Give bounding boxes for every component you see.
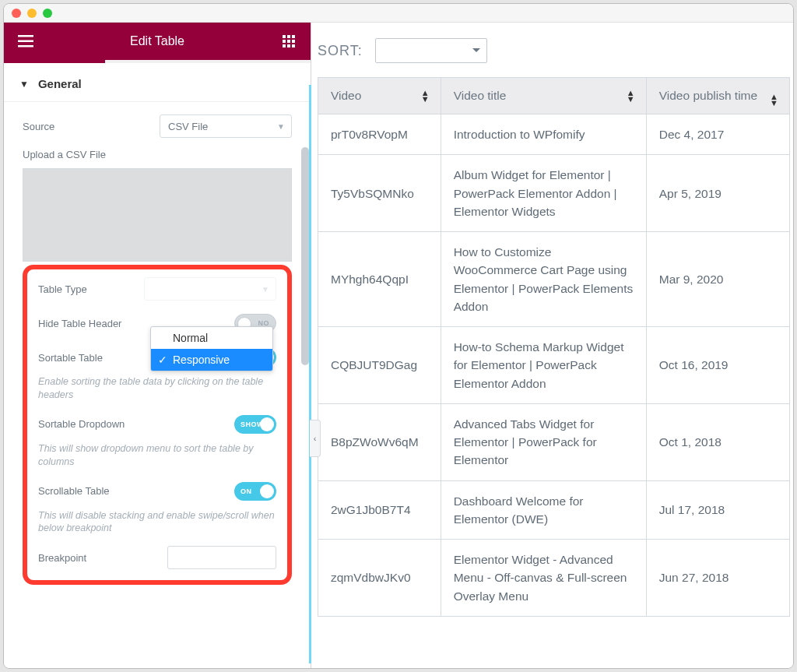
preview-panel: ‹ SORT: Video ▲▼ Video title ▲▼ [311, 23, 793, 668]
highlighted-settings: Table Type ▼ Hide Table Header NO [23, 265, 292, 585]
sortable-dropdown-desc: This will show dropdown menu to sort the… [38, 442, 276, 469]
app-body: Edit Table ▼ General Source [4, 23, 793, 668]
source-row: Source CSV File ▼ [23, 114, 292, 138]
svg-rect-6 [283, 40, 286, 43]
cell-title: Introduction to WPfomify [441, 114, 646, 155]
cell-video: CQBJUT9DGag [318, 327, 441, 404]
table-row: CQBJUT9DGag How-to Schema Markup Widget … [318, 327, 790, 404]
scrollable-desc: This will disable stacking and enable sw… [38, 509, 276, 536]
chevron-down-icon: ▼ [277, 122, 285, 131]
window-close-button[interactable] [12, 9, 21, 18]
scrollbar[interactable] [301, 147, 309, 365]
cell-title: How-to Schema Markup Widget for Elemento… [441, 327, 646, 404]
cell-title: Elementor Widget - Advanced Menu - Off-c… [441, 540, 646, 617]
col-header-video[interactable]: Video ▲▼ [318, 78, 441, 114]
table-row: MYhgh64QqpI How to Customize WooCommerce… [318, 232, 790, 327]
scrollable-label: Scrollable Table [38, 485, 110, 497]
upload-label: Upload a CSV File [23, 149, 292, 160]
col-header-date[interactable]: Video publish time ▲▼ [646, 78, 789, 114]
svg-rect-2 [18, 45, 33, 47]
breakpoint-row: Breakpoint [38, 546, 276, 569]
table-row: zqmVdbwJKv0 Elementor Widget - Advanced … [318, 540, 790, 617]
svg-rect-5 [292, 35, 295, 38]
scrollable-toggle[interactable]: ON [234, 482, 276, 501]
svg-rect-0 [18, 35, 33, 37]
table-type-row: Table Type ▼ [38, 277, 276, 301]
widgets-button[interactable] [273, 26, 304, 57]
section-general-label: General [38, 77, 82, 90]
toggle-knob [260, 417, 274, 431]
upload-row: Upload a CSV File [23, 149, 292, 262]
sort-icon: ▲▼ [421, 90, 430, 102]
table-row: 2wG1Jb0B7T4 Dashboard Welcome for Elemen… [318, 480, 790, 540]
table-type-option-responsive[interactable]: Responsive [151, 349, 272, 371]
svg-rect-1 [18, 40, 33, 43]
sortable-dropdown-row: Sortable Dropdown SHOW [38, 413, 276, 436]
cell-video: B8pZWoWv6qM [318, 403, 441, 480]
sort-icon: ▲▼ [627, 90, 635, 102]
col-header-title[interactable]: Video title ▲▼ [441, 78, 646, 114]
toggle-state: ON [241, 487, 252, 495]
svg-rect-10 [287, 44, 290, 47]
table-type-label: Table Type [38, 283, 87, 295]
svg-rect-8 [292, 40, 295, 43]
cell-title: How to Customize WooCommerce Cart Page u… [441, 232, 646, 327]
svg-rect-9 [283, 44, 286, 47]
cell-video: MYhgh64QqpI [318, 232, 441, 327]
section-general-header[interactable]: ▼ General [4, 63, 311, 102]
window-minimize-button[interactable] [27, 9, 37, 18]
col-header-video-label: Video [331, 89, 361, 102]
editor-sidebar: Edit Table ▼ General Source [4, 23, 311, 668]
cell-date: Jul 17, 2018 [646, 480, 789, 540]
cell-title: Album Widget for Elementor | PowerPack E… [441, 155, 646, 232]
table-type-dropdown: Normal Responsive [150, 326, 273, 371]
col-header-title-label: Video title [454, 89, 507, 102]
table-type-select[interactable]: ▼ [144, 277, 276, 301]
panel-collapse-handle[interactable]: ‹ [310, 420, 321, 457]
breakpoint-input[interactable] [167, 546, 276, 569]
element-edge-highlight [309, 85, 311, 663]
caret-down-icon: ▼ [19, 79, 29, 90]
scrollable-row: Scrollable Table ON [38, 480, 276, 503]
titlebar [4, 4, 793, 23]
cell-title: Advanced Tabs Widget for Elementor | Pow… [441, 403, 646, 480]
hide-header-label: Hide Table Header [38, 318, 121, 329]
sort-icon: ▲▼ [770, 93, 778, 106]
cell-date: Jun 27, 2018 [646, 540, 789, 617]
sort-select[interactable] [375, 38, 487, 63]
cell-date: Mar 9, 2020 [646, 232, 789, 327]
preview-table: Video ▲▼ Video title ▲▼ Video publish ti… [318, 77, 790, 617]
app-window: Edit Table ▼ General Source [3, 3, 794, 669]
table-row: Ty5VbSQMNko Album Widget for Elementor |… [318, 155, 790, 232]
table-type-option-normal[interactable]: Normal [151, 327, 272, 349]
menu-button[interactable] [10, 26, 41, 57]
source-select[interactable]: CSV File ▼ [160, 114, 292, 138]
table-row: B8pZWoWv6qM Advanced Tabs Widget for Ele… [318, 403, 790, 480]
window-maximize-button[interactable] [43, 9, 52, 18]
sortable-desc: Enable sorting the table data by clickin… [38, 375, 276, 402]
sortable-dropdown-label: Sortable Dropdown [38, 418, 125, 430]
cell-date: Apr 5, 2019 [646, 155, 789, 232]
cell-date: Oct 1, 2018 [646, 403, 789, 480]
table-header-row: Video ▲▼ Video title ▲▼ Video publish ti… [318, 78, 790, 114]
sortable-label: Sortable Table [38, 352, 103, 364]
cell-date: Dec 4, 2017 [646, 114, 789, 155]
cell-video: 2wG1Jb0B7T4 [318, 480, 441, 540]
cell-video: prT0v8RVopM [318, 114, 441, 155]
svg-rect-4 [287, 35, 290, 38]
sidebar-header: Edit Table [4, 23, 311, 60]
breakpoint-label: Breakpoint [38, 552, 86, 564]
cell-date: Oct 16, 2019 [646, 327, 789, 404]
source-value: CSV File [168, 121, 208, 132]
table-row: prT0v8RVopM Introduction to WPfomify Dec… [318, 114, 790, 155]
sortable-dropdown-toggle[interactable]: SHOW [234, 415, 276, 434]
upload-dropzone[interactable] [23, 168, 292, 262]
sort-row: SORT: [318, 38, 790, 63]
source-label: Source [23, 121, 54, 132]
svg-rect-7 [287, 40, 290, 43]
cell-title: Dashboard Welcome for Elementor (DWE) [441, 480, 646, 540]
toggle-knob [260, 484, 274, 498]
cell-video: Ty5VbSQMNko [318, 155, 441, 232]
cell-video: zqmVdbwJKv0 [318, 540, 441, 617]
chevron-down-icon: ▼ [262, 285, 269, 294]
